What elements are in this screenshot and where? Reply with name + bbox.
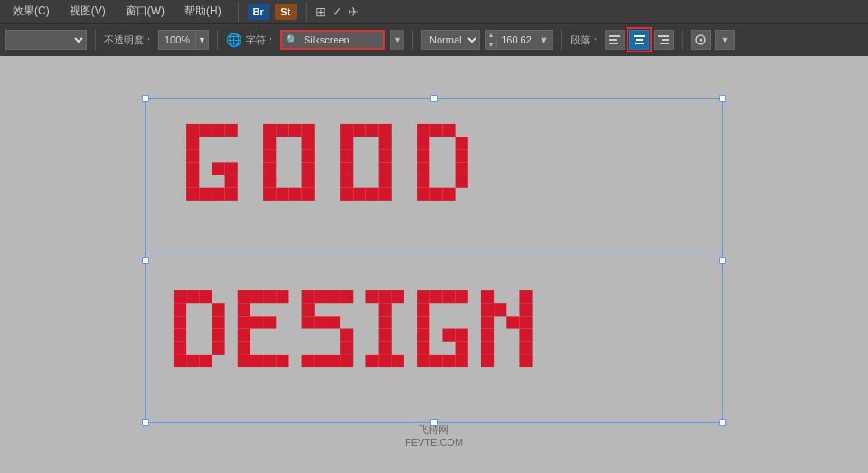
svg-rect-80 — [212, 328, 224, 341]
size-unit: ▼ — [535, 34, 552, 45]
svg-rect-57 — [379, 187, 392, 200]
svg-rect-145 — [506, 316, 519, 328]
handle-top-middle[interactable] — [430, 95, 438, 102]
stock-icon[interactable]: St — [275, 4, 297, 20]
svg-rect-48 — [340, 149, 353, 162]
svg-rect-37 — [302, 175, 315, 187]
size-arrow-down[interactable]: ▼ — [486, 40, 496, 50]
svg-rect-148 — [519, 328, 532, 341]
svg-rect-106 — [315, 316, 327, 328]
separator-6 — [561, 30, 562, 50]
svg-rect-59 — [429, 123, 442, 136]
size-input[interactable] — [497, 33, 535, 47]
svg-rect-86 — [238, 290, 250, 303]
check-icon[interactable]: ✓ — [332, 5, 343, 19]
handle-middle-right[interactable] — [719, 257, 726, 264]
handle-bottom-right[interactable] — [719, 419, 726, 426]
handle-top-right[interactable] — [719, 95, 726, 102]
svg-rect-117 — [379, 303, 392, 316]
design-container[interactable] — [145, 98, 723, 423]
toolbar-row1: 效果(C) 视图(V) 窗口(W) 帮助(H) Br St ⊞ ✓ ✈ — [0, 0, 868, 24]
svg-rect-22 — [225, 187, 238, 200]
svg-rect-97 — [250, 354, 263, 366]
menu-view[interactable]: 视图(V) — [62, 0, 113, 23]
svg-rect-116 — [392, 290, 404, 303]
font-label: 字符： — [246, 33, 276, 47]
svg-rect-55 — [353, 187, 365, 200]
svg-rect-56 — [365, 187, 378, 200]
svg-rect-84 — [186, 354, 199, 366]
separator-1 — [238, 2, 239, 22]
svg-rect-102 — [327, 290, 340, 303]
font-dropdown-arrow[interactable]: ▼ — [390, 30, 404, 50]
svg-rect-95 — [238, 341, 250, 354]
align-left-button[interactable] — [605, 30, 625, 50]
svg-rect-17 — [186, 162, 199, 175]
opacity-group: ▼ — [158, 30, 209, 50]
svg-rect-131 — [442, 328, 455, 341]
svg-rect-39 — [276, 187, 288, 200]
svg-rect-27 — [276, 123, 288, 136]
handle-bottom-middle[interactable] — [430, 419, 438, 426]
size-arrow-up[interactable]: ▲ — [486, 30, 496, 40]
align-right-button[interactable] — [654, 30, 674, 50]
svg-rect-141 — [481, 303, 494, 316]
svg-rect-69 — [417, 187, 429, 200]
more-options-button[interactable] — [691, 30, 711, 50]
opacity-input[interactable] — [158, 30, 196, 50]
svg-rect-13 — [212, 123, 224, 136]
svg-rect-144 — [481, 316, 494, 328]
handle-top-left[interactable] — [142, 95, 149, 102]
separator-2 — [306, 2, 307, 22]
svg-rect-49 — [379, 149, 392, 162]
svg-rect-51 — [379, 162, 392, 175]
handle-bottom-left[interactable] — [142, 419, 149, 426]
svg-rect-36 — [263, 175, 276, 187]
svg-rect-58 — [417, 123, 429, 136]
handle-middle-left[interactable] — [142, 257, 149, 264]
svg-rect-127 — [456, 290, 468, 303]
grid-icon[interactable]: ⊞ — [316, 5, 326, 19]
svg-rect-78 — [212, 316, 224, 328]
svg-rect-0 — [609, 35, 620, 37]
opacity-arrow[interactable]: ▼ — [196, 30, 209, 50]
svg-rect-25 — [212, 162, 224, 175]
svg-rect-60 — [442, 123, 455, 136]
normal-select[interactable]: Normal — [421, 30, 480, 50]
bridge-icon[interactable]: Br — [248, 4, 269, 20]
watermark-line1: 飞特网 — [405, 423, 463, 437]
svg-rect-38 — [263, 187, 276, 200]
menu-effects[interactable]: 效果(C) — [5, 0, 57, 23]
globe-icon[interactable]: 🌐 — [226, 33, 241, 47]
svg-rect-88 — [263, 290, 276, 303]
style-select[interactable] — [5, 30, 87, 50]
svg-rect-126 — [442, 290, 455, 303]
svg-rect-70 — [429, 187, 442, 200]
svg-rect-123 — [392, 354, 404, 366]
svg-rect-94 — [238, 328, 250, 341]
svg-rect-143 — [519, 303, 532, 316]
svg-rect-100 — [302, 290, 315, 303]
separator-3 — [95, 30, 96, 50]
svg-rect-140 — [519, 290, 532, 303]
menu-help[interactable]: 帮助(H) — [177, 0, 229, 23]
svg-rect-65 — [417, 162, 429, 175]
svg-rect-71 — [442, 187, 455, 200]
more-options-arrow[interactable]: ▼ — [715, 30, 735, 50]
svg-rect-64 — [456, 149, 468, 162]
svg-rect-90 — [238, 303, 250, 316]
feather-icon[interactable]: ✈ — [348, 5, 359, 19]
svg-rect-138 — [456, 354, 468, 366]
svg-rect-87 — [250, 290, 263, 303]
svg-rect-128 — [417, 303, 429, 316]
font-search-icon: 🔍 — [282, 34, 302, 46]
font-input[interactable] — [302, 33, 383, 47]
svg-rect-118 — [379, 316, 392, 328]
svg-rect-73 — [186, 290, 199, 303]
svg-rect-53 — [379, 175, 392, 187]
svg-rect-96 — [238, 354, 250, 366]
menu-window[interactable]: 窗口(W) — [118, 0, 172, 23]
svg-rect-150 — [519, 341, 532, 354]
svg-rect-75 — [174, 303, 186, 316]
align-center-button[interactable] — [629, 30, 649, 50]
